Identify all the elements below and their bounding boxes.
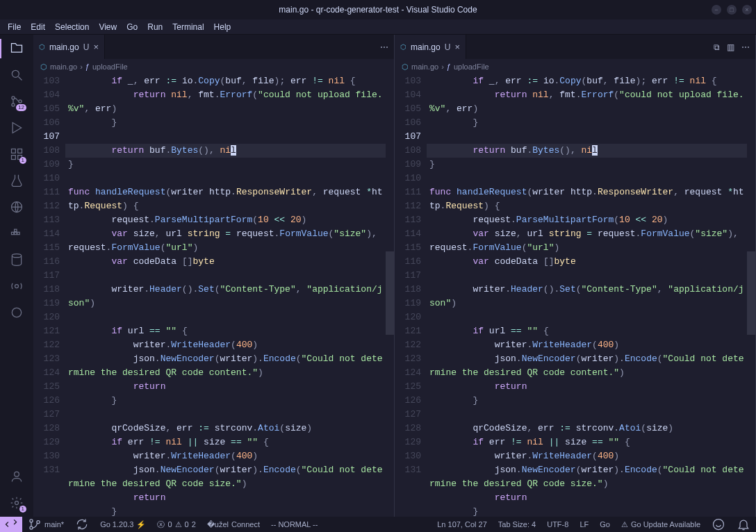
editor-tab[interactable]: ⬡ main.go U × <box>33 35 105 59</box>
svg-point-0 <box>12 70 19 77</box>
line-gutter: 1031041051061071081091101111121131141151… <box>33 74 68 517</box>
editor-area: ⬡ main.go U × ⋯⬡ main.go › ƒ uploadFile1… <box>33 35 756 517</box>
compare-icon[interactable]: ⧉ <box>714 42 720 52</box>
window-controls: − □ × <box>712 5 752 15</box>
settings-icon[interactable]: 1 <box>8 494 25 511</box>
status-feedback[interactable] <box>706 517 731 531</box>
menu-file[interactable]: File <box>3 22 26 32</box>
crumb-symbol[interactable]: uploadFile <box>92 63 128 71</box>
svg-point-19 <box>30 526 33 529</box>
tab-modified-indicator: U <box>445 42 451 52</box>
status-position[interactable]: Ln 107, Col 27 <box>432 517 493 531</box>
remote-indicator[interactable] <box>0 517 22 532</box>
svg-rect-5 <box>12 156 16 160</box>
chevron-icon: › <box>80 63 83 71</box>
scrollbar[interactable] <box>386 74 394 517</box>
svg-rect-10 <box>15 232 17 234</box>
svg-point-13 <box>12 254 21 258</box>
test-icon[interactable] <box>8 172 25 189</box>
svg-point-15 <box>12 308 21 317</box>
svg-point-14 <box>15 285 19 288</box>
go-file-icon: ⬡ <box>39 43 45 51</box>
status-eol[interactable]: LF <box>574 517 594 531</box>
tab-close-icon[interactable]: × <box>93 42 99 52</box>
status-go-update[interactable]: ⚠ Go Update Available <box>616 517 706 531</box>
svg-point-1 <box>12 97 15 99</box>
menu-help[interactable]: Help <box>209 22 236 32</box>
go-file-icon: ⬡ <box>402 63 409 72</box>
scm-icon[interactable]: 12 <box>8 93 25 110</box>
menu-view[interactable]: View <box>94 22 122 32</box>
status-go-version[interactable]: Go 1.20.3 ⚡ <box>94 520 151 529</box>
status-encoding[interactable]: UTF-8 <box>541 517 574 531</box>
scrollbar[interactable] <box>747 74 755 517</box>
svg-point-17 <box>15 501 19 505</box>
minimize-button[interactable]: − <box>712 5 721 15</box>
close-button[interactable]: × <box>742 5 752 15</box>
statusbar: main* Go 1.20.3 ⚡ ⓧ 0 ⚠ 0 2 �užel Connec… <box>0 517 756 532</box>
more-icon[interactable]: ⋯ <box>380 42 388 52</box>
svg-rect-9 <box>12 232 14 234</box>
search-icon[interactable] <box>8 67 25 83</box>
svg-point-16 <box>15 472 19 476</box>
svg-point-2 <box>12 103 15 106</box>
svg-point-18 <box>30 519 33 522</box>
svg-rect-4 <box>12 149 16 153</box>
more-icon[interactable]: ⋯ <box>741 42 750 52</box>
window-title: main.go - qr-code-generator-test - Visua… <box>279 5 477 15</box>
misc-icon[interactable] <box>8 304 25 321</box>
crumb-symbol[interactable]: uploadFile <box>454 63 489 71</box>
menu-selection[interactable]: Selection <box>50 22 94 32</box>
code-editor[interactable]: 1031041051061071081091101111121131141151… <box>395 74 755 517</box>
tab-filename: main.go <box>49 42 79 52</box>
tab-close-icon[interactable]: × <box>454 42 460 52</box>
live-icon[interactable] <box>8 278 25 294</box>
go-file-icon: ⬡ <box>400 43 406 51</box>
tab-filename: main.go <box>411 42 441 52</box>
line-gutter: 1031041051061071081091101111121131141151… <box>395 74 429 517</box>
scm-badge: 12 <box>16 104 26 111</box>
status-tabsize[interactable]: Tab Size: 4 <box>493 517 541 531</box>
editor-tab[interactable]: ⬡ main.go U × <box>395 35 466 59</box>
status-bell[interactable] <box>731 517 756 531</box>
status-branch[interactable]: main* <box>22 517 69 531</box>
svg-rect-12 <box>15 229 17 231</box>
status-connect[interactable]: �užel Connect <box>202 520 265 529</box>
crumb-file[interactable]: main.go <box>411 63 438 71</box>
go-file-icon: ⬡ <box>40 63 47 72</box>
status-vim-mode: -- NORMAL -- <box>265 520 323 529</box>
func-icon: ƒ <box>85 63 90 71</box>
status-lang[interactable]: Go <box>594 517 616 531</box>
code-editor[interactable]: 1031041051061071081091101111121131141151… <box>33 74 394 517</box>
menu-run[interactable]: Run <box>142 22 167 32</box>
extensions-icon[interactable]: 1 <box>8 146 25 163</box>
svg-rect-7 <box>18 149 22 153</box>
split-icon[interactable]: ▥ <box>727 42 734 52</box>
account-icon[interactable] <box>8 468 25 485</box>
svg-point-20 <box>37 521 40 524</box>
titlebar: main.go - qr-code-generator-test - Visua… <box>0 0 756 19</box>
tab-actions: ⋯ <box>375 35 394 59</box>
svg-rect-11 <box>17 232 19 234</box>
maximize-button[interactable]: □ <box>727 5 737 15</box>
editor-pane-right: ⬡ main.go U × ⧉▥ ⋯⬡ main.go › ƒ uploadFi… <box>395 35 756 517</box>
svg-point-3 <box>19 100 22 103</box>
activity-bar: 12 1 1 <box>0 35 33 517</box>
debug-icon[interactable] <box>8 119 25 136</box>
settings-badge: 1 <box>19 506 26 513</box>
menubar: File Edit Selection View Go Run Terminal… <box>0 19 756 35</box>
menu-terminal[interactable]: Terminal <box>167 22 208 32</box>
crumb-file[interactable]: main.go <box>50 63 77 71</box>
status-sync[interactable] <box>69 517 94 531</box>
remote-icon[interactable] <box>8 199 25 215</box>
explorer-icon[interactable] <box>8 40 25 57</box>
database-icon[interactable] <box>8 251 25 268</box>
ext-badge: 1 <box>19 157 26 164</box>
menu-go[interactable]: Go <box>122 22 142 32</box>
tab-actions: ⧉▥ ⋯ <box>708 35 755 59</box>
menu-edit[interactable]: Edit <box>26 22 50 32</box>
status-problems[interactable]: ⓧ 0 ⚠ 0 2 <box>151 519 201 530</box>
editor-pane-left: ⬡ main.go U × ⋯⬡ main.go › ƒ uploadFile1… <box>33 35 395 517</box>
tab-modified-indicator: U <box>83 42 90 52</box>
docker-icon[interactable] <box>8 225 25 242</box>
